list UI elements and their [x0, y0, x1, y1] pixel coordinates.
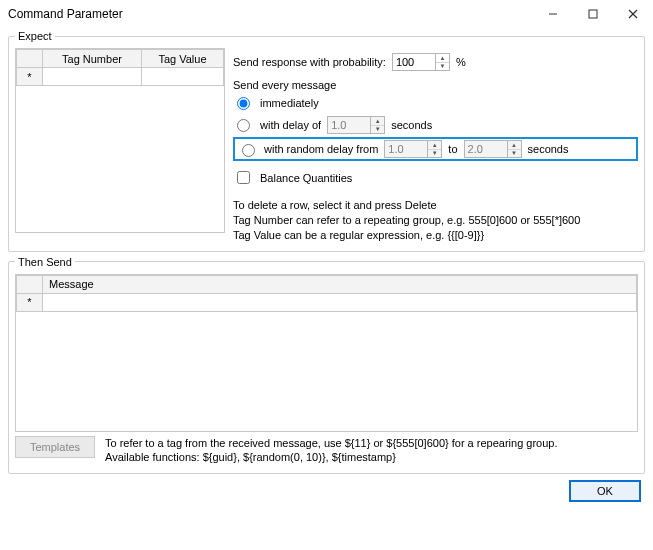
probability-stepper[interactable]: ▲▼: [392, 53, 450, 71]
svg-rect-1: [589, 10, 597, 18]
random-to-label: to: [448, 143, 457, 155]
expect-legend: Expect: [15, 30, 55, 42]
radio-with-delay[interactable]: [237, 119, 250, 132]
delay-stepper[interactable]: ▲▼: [327, 116, 385, 134]
expect-help: To delete a row, select it and press Del…: [233, 198, 638, 243]
balance-checkbox[interactable]: [237, 171, 250, 184]
random-to-stepper[interactable]: ▲▼: [464, 140, 522, 158]
random-from-input: [385, 141, 427, 157]
delay-unit: seconds: [391, 119, 432, 131]
cell-tagnumber[interactable]: [43, 68, 142, 86]
ok-button[interactable]: OK: [569, 480, 641, 502]
then-send-legend: Then Send: [15, 256, 75, 268]
expect-help-2: Tag Number can refer to a repeating grou…: [233, 213, 638, 228]
then-col-rowheader: [17, 275, 43, 293]
window-controls: [533, 0, 653, 28]
then-send-help: To refer to a tag from the received mess…: [105, 436, 638, 466]
probability-unit: %: [456, 56, 466, 68]
titlebar: Command Parameter: [0, 0, 653, 28]
probability-input[interactable]: [393, 54, 435, 70]
minimize-button[interactable]: [533, 0, 573, 28]
spin-up-icon: ▲: [428, 141, 441, 150]
close-button[interactable]: [613, 0, 653, 28]
expect-col-rowheader: [17, 50, 43, 68]
radio-immediately[interactable]: [237, 97, 250, 110]
balance-label: Balance Quantities: [260, 172, 352, 184]
minimize-icon: [548, 9, 558, 19]
table-row[interactable]: *: [17, 293, 637, 311]
spin-up-icon: ▲: [508, 141, 521, 150]
maximize-button[interactable]: [573, 0, 613, 28]
then-send-table[interactable]: Message *: [15, 274, 638, 432]
expect-col-tagvalue: Tag Value: [141, 50, 223, 68]
row-marker: *: [17, 293, 43, 311]
spin-down-icon: ▼: [508, 150, 521, 158]
spin-down-icon[interactable]: ▼: [436, 63, 449, 71]
spin-down-icon: ▼: [428, 150, 441, 158]
then-col-message: Message: [43, 275, 637, 293]
then-send-help-2: Available functions: ${guid}, ${random(0…: [105, 450, 638, 465]
delay-input: [328, 117, 370, 133]
spin-down-icon: ▼: [371, 126, 384, 134]
then-send-help-1: To refer to a tag from the received mess…: [105, 436, 638, 451]
then-send-group: Then Send Message * Templates To refer t…: [8, 256, 645, 475]
radio-with-delay-label: with delay of: [260, 119, 321, 131]
send-every-heading: Send every message: [233, 79, 638, 91]
expect-table[interactable]: Tag Number Tag Value *: [15, 48, 225, 233]
row-marker: *: [17, 68, 43, 86]
window-title: Command Parameter: [8, 7, 533, 21]
radio-immediately-label: immediately: [260, 97, 319, 109]
random-from-stepper[interactable]: ▲▼: [384, 140, 442, 158]
random-unit: seconds: [528, 143, 569, 155]
probability-label: Send response with probability:: [233, 56, 386, 68]
radio-random-delay-label: with random delay from: [264, 143, 378, 155]
table-row[interactable]: *: [17, 68, 224, 86]
radio-random-delay[interactable]: [242, 144, 255, 157]
spin-up-icon: ▲: [371, 117, 384, 126]
maximize-icon: [588, 9, 598, 19]
cell-message[interactable]: [43, 293, 637, 311]
cell-tagvalue[interactable]: [141, 68, 223, 86]
expect-group: Expect Tag Number Tag Value *: [8, 30, 645, 252]
close-icon: [628, 9, 638, 19]
spin-up-icon[interactable]: ▲: [436, 54, 449, 63]
expect-col-tagnumber: Tag Number: [43, 50, 142, 68]
expect-help-3: Tag Value can be a regular expression, e…: [233, 228, 638, 243]
expect-help-1: To delete a row, select it and press Del…: [233, 198, 638, 213]
random-to-input: [465, 141, 507, 157]
templates-button[interactable]: Templates: [15, 436, 95, 458]
random-delay-highlight: with random delay from ▲▼ to ▲▼ seconds: [233, 137, 638, 161]
